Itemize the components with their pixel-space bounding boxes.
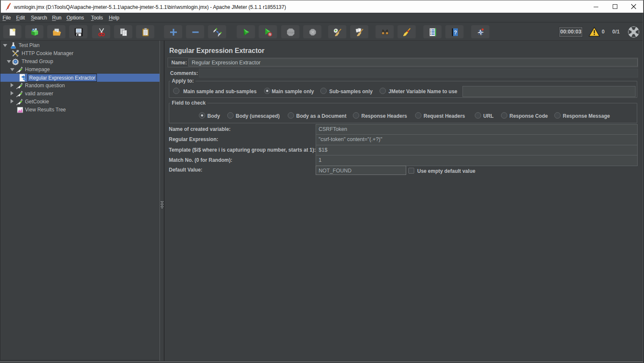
svg-text:STOP: STOP — [288, 31, 294, 34]
svg-text:?: ? — [454, 30, 457, 36]
